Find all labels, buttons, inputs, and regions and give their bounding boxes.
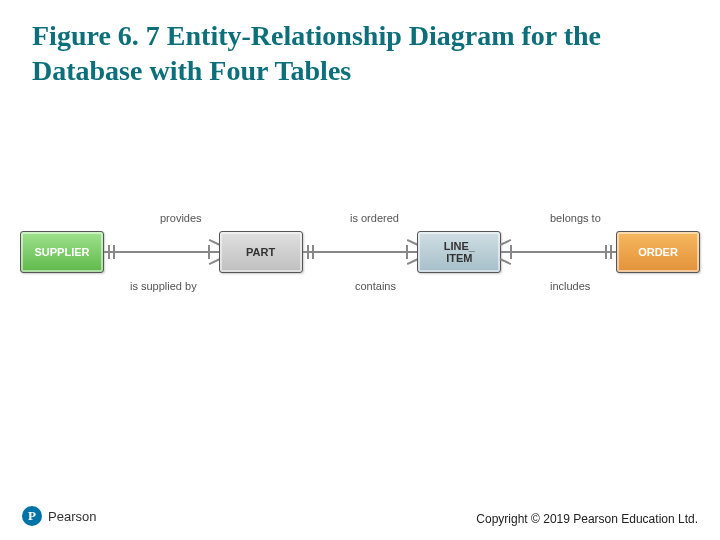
connector-supplier-part: [104, 251, 219, 253]
entity-supplier: SUPPLIER: [20, 231, 104, 273]
brand: P Pearson: [22, 506, 96, 526]
connector-part-lineitem: [303, 251, 418, 253]
rel-contains: contains: [355, 280, 396, 292]
er-diagram: provides is ordered belongs to SUPPLIER …: [20, 190, 700, 310]
brand-name: Pearson: [48, 509, 96, 524]
rel-is-supplied-by: is supplied by: [130, 280, 197, 292]
connector-lineitem-order: [501, 251, 616, 253]
entity-part: PART: [219, 231, 303, 273]
rel-includes: includes: [550, 280, 590, 292]
rel-is-ordered: is ordered: [350, 212, 399, 224]
rel-belongs-to: belongs to: [550, 212, 601, 224]
copyright-text: Copyright © 2019 Pearson Education Ltd.: [476, 512, 698, 526]
rel-provides: provides: [160, 212, 202, 224]
pearson-logo-icon: P: [22, 506, 42, 526]
slide-footer: P Pearson Copyright © 2019 Pearson Educa…: [22, 506, 698, 526]
figure-title: Figure 6. 7 Entity-Relationship Diagram …: [32, 18, 688, 88]
entity-line-item: LINE_ ITEM: [417, 231, 501, 273]
entity-order: ORDER: [616, 231, 700, 273]
